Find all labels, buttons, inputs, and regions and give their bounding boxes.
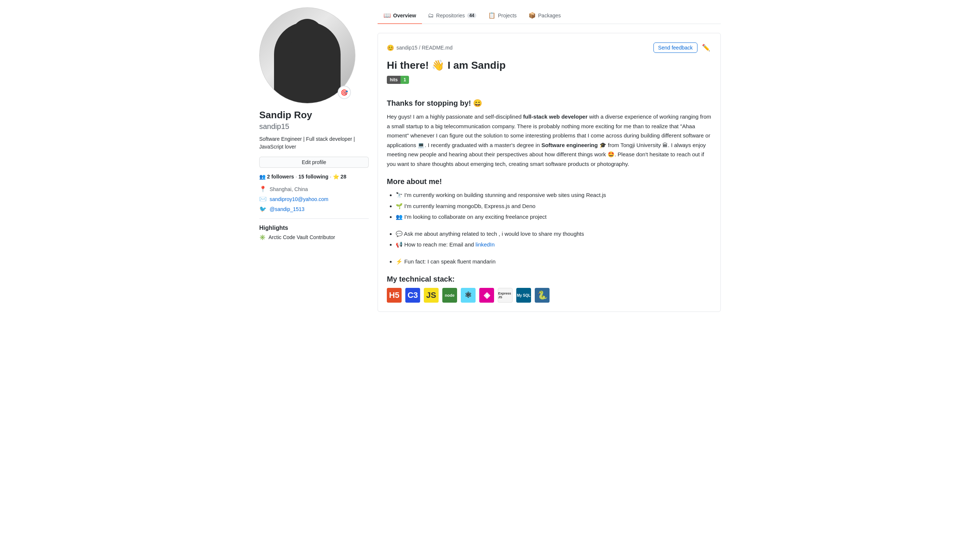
about-list: 🔭 I'm currently working on building stun…: [387, 190, 711, 266]
list-item-6: ⚡ Fun fact: I can speak fluent mandarin: [396, 257, 711, 267]
tech-heading: My technical stack:: [387, 275, 711, 284]
readme-heading: Hi there! 👋 I am Sandip: [387, 59, 711, 71]
edit-profile-button[interactable]: Edit profile: [259, 157, 369, 168]
intro-paragraph: Hey guys! I am a highly passionate and s…: [387, 112, 711, 168]
main-content: 📖 Overview 🗂 Repositories 44 📋 Projects …: [377, 7, 721, 312]
followers-icon: 👥: [259, 174, 266, 179]
tech-icon-js: JS: [424, 288, 439, 303]
tab-packages-icon: 📦: [528, 12, 536, 19]
email-item: ✉️ sandiproy10@yahoo.com: [259, 195, 369, 203]
tab-packages-label: Packages: [538, 13, 561, 19]
readme-path-icon: 😊: [387, 44, 394, 51]
thanks-heading: Thanks for stopping by! 😄: [387, 99, 711, 108]
tech-icon-css: C3: [405, 288, 420, 303]
tab-overview-icon: 📖: [383, 12, 391, 19]
tech-icon-html: H5: [387, 288, 402, 303]
tech-icon-react: ⚛: [461, 288, 476, 303]
tab-repositories[interactable]: 🗂 Repositories 44: [422, 8, 482, 24]
location-text: Shanghai, China: [270, 186, 308, 192]
readme-header: 😊 sandip15 / README.md Send feedback ✏️: [387, 42, 711, 53]
separator2: ·: [330, 174, 331, 179]
twitter-link[interactable]: @sandip_1513: [270, 206, 304, 212]
readme-path-text: sandip15 / README.md: [396, 45, 453, 51]
followers-count[interactable]: 2 followers: [267, 174, 294, 179]
tech-stack: H5 C3 JS node ⚛ ◈ Express JS My SQL 🐍: [387, 288, 711, 303]
stars-icon: ⭐: [333, 174, 339, 179]
list-item-2: 🌱 I'm currently learning mongoDb, Expres…: [396, 201, 711, 211]
twitter-item: 🐦 @sandip_1513: [259, 205, 369, 213]
intro-text-1: Hey guys! I am a highly passionate and s…: [387, 113, 523, 120]
profile-username: sandip15: [259, 122, 369, 131]
send-feedback-button[interactable]: Send feedback: [654, 43, 697, 53]
hits-label: hits: [387, 76, 401, 84]
hits-count: 1: [401, 76, 409, 84]
list-item-5: 📢 How to reach me: Email and linkedIn: [396, 240, 711, 249]
sidebar: 🎯 Sandip Roy sandip15 Software Engineer …: [259, 7, 369, 312]
avatar-container: 🎯: [259, 7, 355, 103]
tab-overview[interactable]: 📖 Overview: [377, 7, 422, 24]
tab-overview-label: Overview: [393, 13, 416, 19]
highlight-item: ✳️ Arctic Code Vault Contributor: [259, 234, 369, 240]
tab-projects-label: Projects: [498, 13, 517, 19]
following-count[interactable]: 15 following: [298, 174, 328, 179]
readme-body: Hi there! 👋 I am Sandip hits 1 Thanks fo…: [387, 59, 711, 303]
location-item: 📍 Shanghai, China: [259, 186, 369, 192]
followers-row: 👥 2 followers · 15 following · ⭐ 28: [259, 174, 369, 179]
meta-list: 📍 Shanghai, China ✉️ sandiproy10@yahoo.c…: [259, 186, 369, 213]
location-icon: 📍: [259, 186, 267, 192]
tech-icon-node: node: [442, 288, 457, 303]
intro-bold-1: full-stack web developer: [523, 113, 588, 120]
list-item-4: 💬 Ask me about anything related to tech …: [396, 229, 711, 239]
readme-card: 😊 sandip15 / README.md Send feedback ✏️ …: [377, 33, 721, 312]
tech-icon-graphql: ◈: [479, 288, 494, 303]
intro-bold-2: Software engineering: [541, 142, 598, 148]
tab-repositories-label: Repositories: [436, 13, 465, 19]
tab-projects[interactable]: 📋 Projects: [482, 7, 523, 24]
avatar-badge: 🎯: [338, 86, 351, 99]
tech-icon-express: Express JS: [498, 288, 512, 303]
twitter-icon: 🐦: [259, 205, 267, 213]
bullet5-text: 📢 How to reach me: Email and: [396, 241, 476, 247]
highlight-icon: ✳️: [259, 234, 266, 240]
tab-repositories-badge: 44: [467, 13, 476, 18]
email-icon: ✉️: [259, 195, 267, 203]
tech-icon-mysql: My SQL: [516, 288, 531, 303]
list-item-1: 🔭 I'm currently working on building stun…: [396, 190, 711, 200]
profile-name: Sandip Roy: [259, 109, 369, 121]
highlights-title: Highlights: [259, 225, 369, 231]
stars-count[interactable]: 28: [340, 174, 347, 179]
readme-path: 😊 sandip15 / README.md: [387, 44, 453, 51]
tab-repositories-icon: 🗂: [428, 12, 434, 19]
profile-bio: Software Engineer | Full stack developer…: [259, 135, 369, 151]
list-item-3: 👥 I'm looking to collaborate on any exci…: [396, 212, 711, 222]
more-about-heading: More about me!: [387, 178, 711, 186]
tab-packages[interactable]: 📦 Packages: [523, 7, 566, 24]
separator: ·: [296, 174, 297, 179]
sidebar-divider: [259, 218, 369, 219]
readme-actions: Send feedback ✏️: [654, 42, 711, 53]
highlight-text: Arctic Code Vault Contributor: [269, 234, 335, 240]
tab-projects-icon: 📋: [488, 12, 496, 19]
email-link[interactable]: sandiproy10@yahoo.com: [270, 196, 328, 202]
tabs-nav: 📖 Overview 🗂 Repositories 44 📋 Projects …: [377, 7, 721, 24]
edit-readme-button[interactable]: ✏️: [700, 42, 711, 53]
linkedin-link[interactable]: linkedIn: [476, 241, 495, 247]
edit-icon: ✏️: [702, 44, 710, 51]
hits-badge: hits 1: [387, 76, 409, 84]
tech-icon-python: 🐍: [535, 288, 550, 303]
